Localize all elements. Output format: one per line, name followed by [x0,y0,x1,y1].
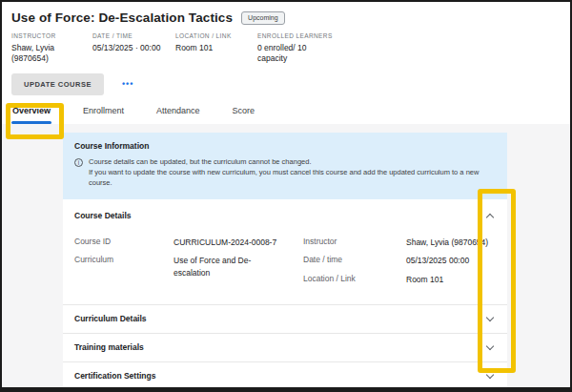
status-badge: Upcoming [241,11,285,25]
collapse-course-details-button[interactable] [484,209,496,222]
meta-enrolled: ENROLLED LEARNERS 0 enrolled/ 10 capacit… [257,32,334,65]
meta-value: 05/13/2025 · 00:00 [92,43,175,53]
info-icon: i [74,158,83,167]
details-right-column: Instructor Shaw, Lyvia (9870654) Date / … [303,237,488,293]
meta-location: LOCATION / LINK Room 101 [175,32,257,65]
meta-value: Room 101 [175,43,257,53]
expand-training-materials-button[interactable] [484,341,496,354]
tab-bar: Overview Enrollment Attendance Score [2,100,570,124]
meta-value: 0 enrolled/ 10 capacity [257,43,317,65]
tab-attendance[interactable]: Attendance [155,100,201,124]
tab-overview[interactable]: Overview [11,100,51,124]
update-course-button[interactable]: UPDATE COURSE [11,73,104,95]
section-title: Certification Settings [74,371,155,381]
info-banner-text: Course details can be updated, but the c… [89,157,481,189]
field-label: Instructor [303,237,406,249]
details-left-column: Course ID CURRICULUM-2024-0008-7 Curricu… [74,237,303,293]
field-date-time: Date / time 05/13/2025 00:00 [303,255,488,267]
tab-score[interactable]: Score [232,100,256,124]
section-title: Training materials [74,342,144,352]
meta-date-time: DATE / TIME 05/13/2025 · 00:00 [92,32,175,65]
chevron-up-icon [486,213,494,220]
title-row: Use of Force: De-Escalation Tactics Upco… [11,10,561,25]
meta-label: DATE / TIME [92,32,175,39]
tab-enrollment[interactable]: Enrollment [82,100,125,124]
field-course-id: Course ID CURRICULUM-2024-0008-7 [74,237,303,249]
field-value: Room 101 [406,274,443,286]
overview-tab-content: Course Information i Course details can … [2,124,570,390]
field-value: Shaw, Lyvia (9870654) [406,237,488,249]
curriculum-details-row[interactable]: Curriculum Details [63,304,507,333]
field-value: Use of Force and De-escalation [174,255,280,279]
meta-value: Shaw, Lyvia (9870654) [11,43,78,65]
meta-instructor: INSTRUCTOR Shaw, Lyvia (9870654) [11,32,92,65]
field-label: Curriculum [74,255,174,279]
field-label: Location / Link [303,274,406,286]
field-value: 05/13/2025 00:00 [406,255,469,267]
meta-label: INSTRUCTOR [11,32,92,39]
info-line-2: If you want to update the course with ne… [89,168,481,189]
app-window: Use of Force: De-Escalation Tactics Upco… [0,0,572,392]
action-row: UPDATE COURSE ••• [11,73,561,95]
expand-curriculum-details-button[interactable] [484,313,496,325]
certification-settings-row[interactable]: Certification Settings [63,361,507,390]
info-line-1: Course details can be updated, but the c… [89,157,481,168]
course-information-banner: Course Information i Course details can … [63,133,507,199]
overview-panel: Course Information i Course details can … [63,133,507,390]
expand-certification-settings-button[interactable] [484,370,496,382]
field-location-link: Location / Link Room 101 [303,274,488,286]
course-details-header[interactable]: Course Details [74,209,496,222]
section-title: Course Details [74,211,132,220]
field-instructor: Instructor Shaw, Lyvia (9870654) [303,237,488,249]
page-title: Use of Force: De-Escalation Tactics [11,10,233,25]
course-meta-row: INSTRUCTOR Shaw, Lyvia (9870654) DATE / … [11,32,561,65]
section-title: Curriculum Details [74,314,147,323]
info-banner-title: Course Information [74,141,496,151]
field-curriculum: Curriculum Use of Force and De-escalatio… [74,255,303,279]
chevron-down-icon [486,342,494,350]
meta-label: ENROLLED LEARNERS [257,32,334,39]
field-value: CURRICULUM-2024-0008-7 [174,237,276,249]
ellipsis-icon: ••• [122,79,133,89]
course-details-section: Course Details Course ID CURRICULUM-2024… [63,199,507,304]
info-banner-body: i Course details can be updated, but the… [74,157,496,189]
training-materials-row[interactable]: Training materials [63,333,507,361]
more-options-button[interactable]: ••• [120,78,135,91]
chevron-down-icon [486,371,494,379]
field-label: Date / time [303,255,406,267]
field-label: Course ID [74,237,174,249]
chevron-down-icon [486,314,494,321]
course-header: Use of Force: De-Escalation Tactics Upco… [2,2,570,95]
course-details-grid: Course ID CURRICULUM-2024-0008-7 Curricu… [74,237,496,293]
meta-label: LOCATION / LINK [175,32,257,39]
